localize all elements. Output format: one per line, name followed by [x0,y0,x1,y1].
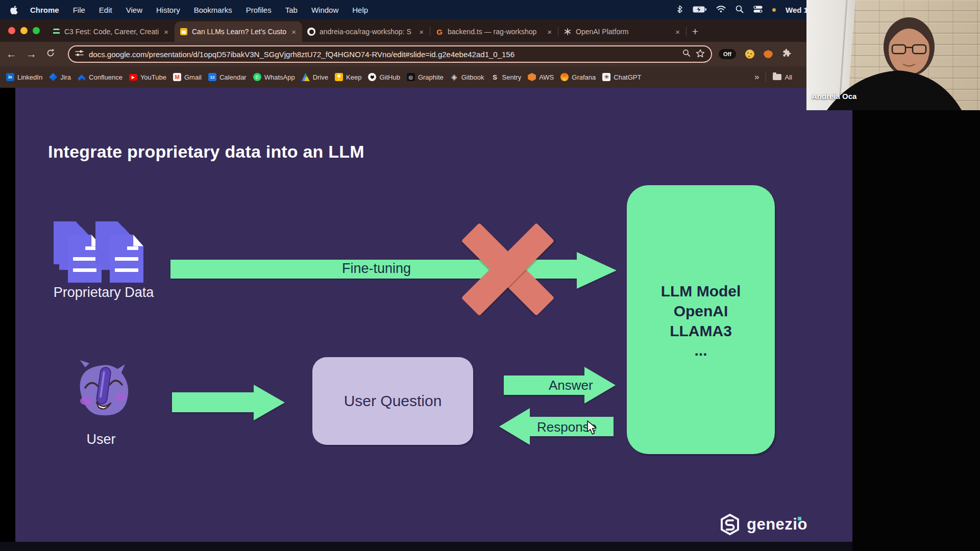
bookmark-whatsapp[interactable]: ✆WhatsApp [253,73,295,81]
bookmark-calendar[interactable]: 12Calendar [208,73,247,81]
bookmark-star-icon[interactable] [696,49,705,60]
bookmark-label: Gmail [184,73,202,81]
bluetooth-icon[interactable] [677,5,683,15]
screen: Chrome File Edit View History Bookmarks … [0,0,980,551]
tab-can-llms-learn[interactable]: Can LLMs Learn? Let’s Custo × [175,21,302,42]
crossed-out-x-icon [470,231,546,308]
minimize-window-button[interactable] [20,27,28,34]
bookmark-chatgpt[interactable]: ✳ChatGPT [602,73,641,81]
llm-line: ... [694,343,707,358]
bookmark-youtube[interactable]: ▶YouTube [129,73,166,81]
bookmark-label: LinkedIn [17,73,42,81]
openai-icon [564,28,572,36]
menu-edit[interactable]: Edit [99,6,112,14]
cookie-extension-icon[interactable] [745,49,754,59]
graphite-icon: G [435,28,444,36]
slide-canvas[interactable]: Integrate proprietary data into an LLM P… [15,88,852,542]
bookmark-drive[interactable]: Drive [302,73,328,81]
extensions-puzzle-icon[interactable] [782,48,792,60]
site-settings-icon[interactable] [75,49,84,59]
search-icon[interactable] [682,49,691,59]
menu-help[interactable]: Help [352,6,368,14]
tab-close-icon[interactable]: × [546,28,553,36]
forward-button[interactable]: → [26,48,37,60]
tab-close-icon[interactable]: × [290,28,297,36]
spotlight-search-icon[interactable] [736,5,744,15]
apple-menu-icon[interactable] [10,5,18,14]
chatgpt-icon: ✳ [602,73,610,81]
control-center-icon[interactable] [753,6,763,14]
tab-close-icon[interactable]: × [674,28,681,36]
chrome-toolbar: ← → docs.google.com/presentation/d/1opqD… [0,42,852,66]
new-tab-button[interactable]: + [687,21,704,42]
back-button[interactable]: ← [6,48,17,60]
bookmark-all-folder[interactable]: All [773,73,792,81]
tab-github-rag-workshop[interactable]: andreia-oca/rag-workshop: S × [302,21,430,42]
llm-line: OpenAI [674,301,728,321]
tab-close-icon[interactable]: × [163,28,169,36]
folder-icon [773,74,781,80]
bookmark-gitbook[interactable]: ◈Gitbook [450,73,484,81]
menu-profiles[interactable]: Profiles [246,6,272,14]
tab-close-icon[interactable]: × [418,28,425,36]
bookmark-label: WhatsApp [264,73,295,81]
vpn-off-badge[interactable]: Off [719,49,736,59]
bookmark-label: Grafana [572,73,596,81]
reload-button[interactable] [46,48,55,60]
tab-openai-platform[interactable]: OpenAI Platform × [558,21,686,42]
battery-icon[interactable] [693,6,706,14]
bookmark-linkedin[interactable]: inLinkedIn [6,73,42,81]
user-avatar-icon [74,358,133,420]
bookmark-gmail[interactable]: MGmail [173,73,202,81]
github-icon [368,73,376,81]
menu-chrome[interactable]: Chrome [30,6,59,14]
drive-icon [302,73,310,81]
bookmark-label: Graphite [418,73,444,81]
bookmark-label: YouTube [140,73,166,81]
genezio-i-dot [798,517,801,520]
bookmarks-overflow-chevron[interactable]: » [754,72,759,82]
bookmark-aws[interactable]: AWS [528,73,554,81]
genezio-wordmark: genezio [747,515,807,534]
menu-file[interactable]: File [73,6,85,14]
menu-history[interactable]: History [156,6,180,14]
llm-line: LLM Model [661,281,741,301]
slide-title: Integrate proprietary data into an LLM [48,142,364,162]
answer-label: Answer [549,378,593,393]
menu-items: Chrome File Edit View History Bookmarks … [30,6,368,14]
bookmark-keep[interactable]: Keep [335,73,361,81]
calendar-icon: 12 [208,73,216,81]
tab-title: OpenAI Platform [576,28,670,36]
address-bar[interactable]: docs.google.com/presentation/d/1opqD57ib… [68,45,712,63]
menu-bookmarks[interactable]: Bookmarks [194,6,232,14]
maximize-window-button[interactable] [33,27,40,34]
bookmark-grafana[interactable]: Grafana [560,73,596,81]
user-question-label: User Question [344,392,442,410]
keep-icon [335,73,343,81]
gitbook-icon: ◈ [450,73,458,81]
bookmark-github[interactable]: GitHub [368,73,400,81]
bookmark-jira[interactable]: Jira [49,73,71,81]
bookmark-sentry[interactable]: SSentry [491,73,522,81]
menu-view[interactable]: View [126,6,142,14]
wifi-icon[interactable] [716,6,726,14]
tab-title: andreia-oca/rag-workshop: S [320,28,414,36]
tab-backend-ts[interactable]: G backend.ts — rag-workshop × [430,21,558,42]
mouse-cursor [587,420,598,436]
url-text[interactable]: docs.google.com/presentation/d/1opqD57ib… [89,50,677,59]
user-label: User [81,432,121,447]
grafana-icon [560,73,569,81]
user-to-question-arrow [172,383,286,422]
proprietary-data-label: Proprietary Data [47,284,160,301]
menu-window[interactable]: Window [311,6,338,14]
gmail-icon: M [173,73,181,81]
bookmark-graphite[interactable]: ◎Graphite [407,73,444,81]
close-window-button[interactable] [8,27,15,34]
bookmark-confluence[interactable]: Confluence [78,73,122,81]
tab-title: backend.ts — rag-workshop [448,28,542,36]
tab-c3fest[interactable]: C3 Fest: Code, Career, Creati × [47,21,175,42]
menu-tab[interactable]: Tab [285,6,298,14]
metamask-icon[interactable] [764,50,773,58]
genezio-mark-icon [719,513,741,536]
chrome-tab-strip: C3 Fest: Code, Career, Creati × Can LLMs… [0,19,852,42]
